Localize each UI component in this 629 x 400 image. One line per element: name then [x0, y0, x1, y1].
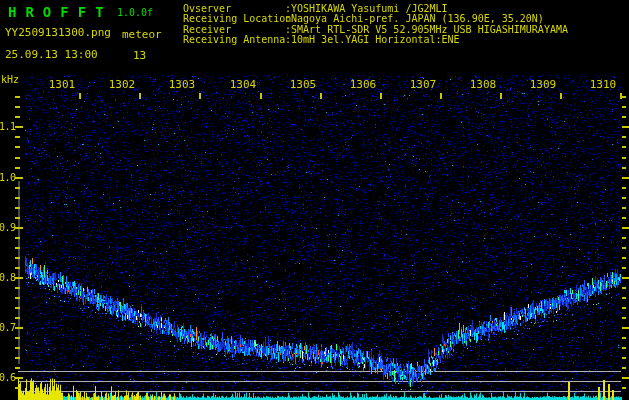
x-axis-tick-label: 1310	[590, 79, 617, 90]
timestamp: 25.09.13 13:00	[5, 48, 98, 61]
y-axis-tick-label: 0.6	[0, 373, 15, 383]
y-axis-tick-label: 0.8	[0, 273, 15, 283]
app-title: HROFFT	[8, 4, 113, 20]
app-version: 1.0.0f	[117, 7, 153, 18]
antenna-value: :10mH 3el.YAGI Horizontal:ENE	[285, 35, 460, 45]
x-axis-tick-label: 1304	[230, 79, 257, 90]
x-axis-tick-label: 1305	[290, 79, 317, 90]
y-axis-tick-label: 1.0	[0, 173, 15, 183]
hrofft-window: HROFFT 1.0.0f YY2509131300.png meteor 25…	[0, 0, 629, 400]
meteor-count: 13	[133, 49, 146, 62]
x-axis-tick-label: 1307	[410, 79, 437, 90]
y-axis-tick-label: 0.9	[0, 223, 15, 233]
station-info: Ovserver:YOSHIKAWA Yasufumi /JG2MLI Rece…	[183, 4, 568, 46]
x-axis-tick-label: 1306	[350, 79, 377, 90]
info-row-antenna: Receiving Antenna:10mH 3el.YAGI Horizont…	[183, 35, 568, 45]
y-axis-tick-label: 1.1	[0, 122, 15, 132]
x-axis-tick-label: 1301	[49, 79, 76, 90]
x-axis-tick-label: 1309	[530, 79, 557, 90]
x-axis-tick-label: 1308	[470, 79, 497, 90]
x-axis-tick-label: 1302	[109, 79, 136, 90]
y-axis-tick-label: 0.7	[0, 323, 15, 333]
antenna-label: Receiving Antenna	[183, 35, 285, 45]
mode-label: meteor	[122, 28, 162, 41]
output-filename: YY2509131300.png	[5, 26, 111, 39]
x-axis-tick-label: 1303	[169, 79, 196, 90]
y-axis-unit-label: kHz	[1, 74, 19, 85]
